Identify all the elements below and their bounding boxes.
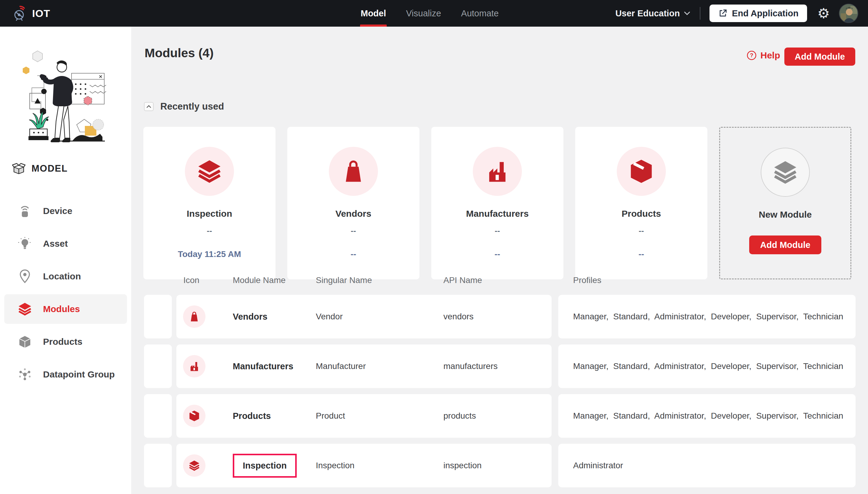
model-box-icon bbox=[12, 162, 26, 175]
cell-singular-name: Manufacturer bbox=[316, 344, 366, 388]
svg-text:?: ? bbox=[750, 52, 753, 58]
layers-icon bbox=[771, 158, 799, 186]
app-root: IOT Model Visualize Automate User Educat… bbox=[0, 0, 868, 494]
iot-logo-icon bbox=[12, 5, 27, 21]
app-switcher[interactable]: User Education bbox=[615, 8, 691, 18]
table-row-inspection[interactable]: Inspection Inspection inspection Adminis… bbox=[131, 444, 868, 487]
asset-icon bbox=[17, 236, 33, 251]
cell-api-name: inspection bbox=[444, 444, 482, 487]
new-module-card[interactable]: New Module Add Module bbox=[719, 127, 851, 279]
icon-circle bbox=[761, 148, 810, 197]
card-last-used: -- bbox=[494, 249, 500, 259]
modules-table: Vendors Vendor vendors Manager, Standard… bbox=[131, 295, 868, 493]
recently-used-header: Recently used bbox=[144, 101, 224, 112]
icon-circle bbox=[329, 147, 378, 196]
layers-icon bbox=[188, 459, 201, 472]
icon-circle bbox=[183, 454, 205, 477]
column-header-api-name: API Name bbox=[444, 276, 482, 285]
sidebar-illustration bbox=[8, 45, 123, 151]
cell-profiles: Manager, Standard, Administrator, Develo… bbox=[573, 344, 843, 388]
card-name: Manufacturers bbox=[466, 209, 529, 219]
sidebar-item-products[interactable]: Products bbox=[4, 327, 127, 357]
sidebar-section-label: MODEL bbox=[32, 163, 68, 174]
page-title: Modules (4) bbox=[145, 46, 214, 60]
sidebar-item-location[interactable]: Location bbox=[4, 262, 127, 291]
end-application-button[interactable]: End Application bbox=[709, 4, 807, 22]
layers-icon bbox=[196, 157, 223, 185]
card-stat: -- bbox=[351, 226, 356, 235]
cell-profiles: Manager, Standard, Administrator, Develo… bbox=[573, 295, 843, 338]
cell-singular-name: Inspection bbox=[316, 444, 355, 487]
card-name: Vendors bbox=[336, 209, 371, 219]
active-tab-underline bbox=[360, 24, 387, 27]
icon-circle bbox=[473, 147, 522, 196]
tab-model[interactable]: Model bbox=[361, 0, 386, 27]
gear-icon[interactable]: ⚙ bbox=[817, 6, 830, 20]
card-last-used: -- bbox=[638, 249, 644, 259]
module-card-products[interactable]: Products -- -- bbox=[575, 127, 707, 279]
tab-automate[interactable]: Automate bbox=[461, 0, 499, 27]
recently-used-cards: Inspection -- Today 11:25 AM Vendors -- … bbox=[143, 127, 855, 279]
sidebar-item-datapoint-group[interactable]: Datapoint Group bbox=[4, 360, 127, 389]
icon-circle bbox=[183, 355, 205, 378]
location-icon bbox=[17, 268, 33, 284]
factory-icon bbox=[188, 360, 201, 373]
cell-api-name: products bbox=[444, 394, 476, 438]
avatar[interactable] bbox=[839, 4, 858, 23]
module-card-vendors[interactable]: Vendors -- -- bbox=[287, 127, 419, 279]
box-icon bbox=[17, 334, 33, 349]
table-header: Icon Module Name Singular Name API Name … bbox=[131, 276, 868, 286]
cell-module-name: Vendors bbox=[233, 295, 267, 338]
card-stat: -- bbox=[207, 226, 212, 235]
cell-singular-name: Product bbox=[316, 394, 345, 438]
sidebar-item-asset[interactable]: Asset bbox=[4, 229, 127, 259]
card-name: Inspection bbox=[187, 209, 232, 219]
brand[interactable]: IOT bbox=[0, 5, 50, 21]
icon-circle bbox=[183, 405, 205, 427]
device-icon bbox=[17, 203, 33, 219]
sidebar-section-header: MODEL bbox=[12, 162, 68, 175]
datapoint-group-icon bbox=[17, 366, 33, 382]
table-row-vendors[interactable]: Vendors Vendor vendors Manager, Standard… bbox=[131, 295, 868, 338]
box-icon bbox=[188, 410, 201, 422]
main-content: Modules (4) ? Help Add Module Recently u… bbox=[131, 27, 868, 494]
collapse-chevron-icon[interactable] bbox=[144, 102, 153, 111]
cell-module-name: Manufacturers bbox=[233, 344, 293, 388]
cell-api-name: manufacturers bbox=[444, 344, 498, 388]
column-header-icon: Icon bbox=[183, 276, 199, 285]
card-last-used: Today 11:25 AM bbox=[178, 249, 241, 259]
external-link-icon bbox=[718, 8, 728, 18]
module-card-inspection[interactable]: Inspection -- Today 11:25 AM bbox=[143, 127, 275, 279]
navbar-right: User Education End Application ⚙ bbox=[615, 0, 858, 27]
column-header-profiles: Profiles bbox=[573, 276, 601, 285]
cell-profiles: Manager, Standard, Administrator, Develo… bbox=[573, 394, 843, 438]
bag-icon bbox=[188, 310, 201, 323]
help-icon: ? bbox=[746, 50, 757, 60]
table-row-manufacturers[interactable]: Manufacturers Manufacturer manufacturers… bbox=[131, 344, 868, 388]
icon-circle bbox=[617, 147, 666, 196]
table-row-products[interactable]: Products Product products Manager, Stand… bbox=[131, 394, 868, 438]
factory-icon bbox=[483, 157, 511, 185]
sidebar-menu: Device Asset bbox=[0, 196, 131, 389]
bag-icon bbox=[340, 157, 367, 185]
annotation-highlight-box: Inspection bbox=[233, 454, 297, 478]
layers-icon bbox=[17, 301, 33, 317]
add-module-card-button[interactable]: Add Module bbox=[749, 235, 821, 254]
card-name: Products bbox=[621, 209, 661, 219]
card-name: New Module bbox=[759, 209, 812, 220]
chevron-down-icon bbox=[683, 11, 691, 16]
sidebar-item-modules[interactable]: Modules bbox=[4, 294, 127, 324]
cell-singular-name: Vendor bbox=[316, 295, 343, 338]
cell-profiles: Administrator bbox=[573, 444, 623, 487]
card-last-used: -- bbox=[351, 249, 357, 259]
add-module-button[interactable]: Add Module bbox=[784, 48, 855, 66]
sidebar-item-device[interactable]: Device bbox=[4, 196, 127, 226]
cell-module-name: Inspection bbox=[233, 444, 297, 487]
help-link[interactable]: ? Help bbox=[746, 50, 780, 60]
column-header-singular-name: Singular Name bbox=[316, 276, 372, 285]
column-header-module-name: Module Name bbox=[233, 276, 286, 285]
sidebar: MODEL Device bbox=[0, 27, 131, 494]
module-card-manufacturers[interactable]: Manufacturers -- -- bbox=[431, 127, 563, 279]
recently-used-label: Recently used bbox=[160, 101, 224, 112]
tab-visualize[interactable]: Visualize bbox=[406, 0, 441, 27]
